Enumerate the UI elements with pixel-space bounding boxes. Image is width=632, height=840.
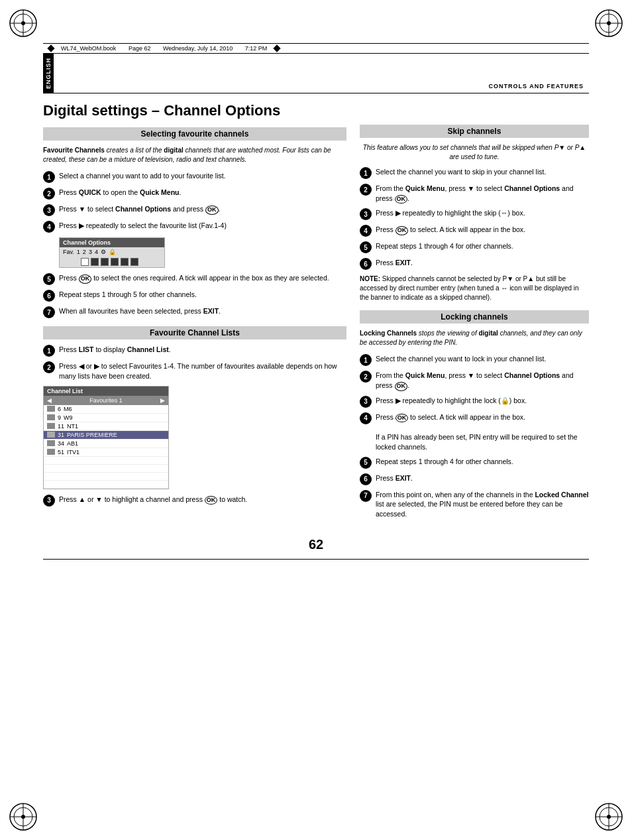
channel-options-box: Channel Options Fav. 1 2 3 4 ⚙ 🔒 (59, 237, 165, 268)
section-header-favourite-lists: Favourite Channel Lists (43, 326, 346, 339)
fav-spacing (63, 259, 72, 265)
step-text-4: Press ▶ repeatedly to select the favouri… (59, 221, 346, 231)
step-num-sk-3: 3 (360, 208, 372, 220)
file-info: WL74_WebOM.book (61, 45, 116, 52)
channel-list-empty (44, 481, 168, 489)
corner-decoration-tl (7, 7, 40, 40)
step-num-4: 4 (43, 221, 55, 233)
channel-list-empty (44, 473, 168, 481)
step-num-lk-6: 6 (360, 473, 372, 485)
step-num-lk-2: 2 (360, 371, 372, 383)
step-num-3: 3 (43, 204, 55, 216)
step-lock-6: 6 Press EXIT. (360, 473, 589, 485)
section-header-selecting-favourite: Selecting favourite channels (43, 127, 346, 141)
ch-num: 51 (58, 449, 64, 455)
step-text-2: Press QUICK to open the Quick Menu. (59, 188, 346, 198)
corner-decoration-br (592, 800, 625, 833)
step-num-lk-5: 5 (360, 457, 372, 469)
step-text-sk-1: Select the channel you want to skip in y… (376, 167, 589, 177)
fav-col-gear: ⚙ (101, 249, 106, 255)
section-selecting-favourite: Selecting favourite channels Favourite C… (43, 127, 346, 318)
main-content: Digital settings – Channel Options Selec… (43, 93, 589, 527)
step-num-fl-1: 1 (43, 345, 55, 357)
step-text-3: Press ▼ to select Channel Options and pr… (59, 204, 346, 215)
step-lock-1: 1 Select the channel you want to lock in… (360, 354, 589, 366)
top-header: WL74_WebOM.book Page 62 Wednesday, July … (43, 43, 589, 54)
fav-col-3: 3 (89, 249, 92, 255)
svg-point-19 (607, 815, 611, 819)
step-text-fl-3: Press ▲ or ▼ to highlight a channel and … (59, 495, 346, 505)
channel-list-empty (44, 465, 168, 473)
step-num-sk-1: 1 (360, 167, 372, 179)
channel-list-title: Channel List (44, 387, 168, 396)
section-label-bar: English CONTROLS AND FEATURES (43, 54, 589, 93)
ch-num: 11 (58, 423, 64, 430)
step-lock-7: 7 From this point on, when any of the ch… (360, 490, 589, 519)
channel-list-item: 51 ITV1 (44, 448, 168, 457)
channel-list-box: Channel List ◀ Favourites 1 ▶ 6 M6 9 W9 (43, 386, 169, 489)
nav-arrow-right: ▶ (160, 397, 165, 404)
ch-icon (47, 449, 55, 455)
fav-sq-6 (131, 258, 138, 266)
step-num-lk-7: 7 (360, 490, 372, 502)
step-skip-2: 2 From the Quick Menu, press ▼ to select… (360, 184, 589, 204)
step-text-lk-4: Press OK to select. A tick will appear i… (376, 412, 589, 452)
step-text-lk-3: Press ▶ repeatedly to highlight the lock… (376, 396, 589, 406)
fav-sq-3 (101, 258, 109, 266)
left-column: Digital settings – Channel Options Selec… (43, 97, 346, 527)
section-header-locking: Locking channels (360, 310, 589, 324)
date-info: Wednesday, July 14, 2010 (163, 45, 233, 52)
diamond-icon-2 (274, 44, 281, 52)
step-num-2: 2 (43, 188, 55, 200)
step-num-sk-5: 5 (360, 241, 372, 253)
selecting-intro: Favourite Channels creates a list of the… (43, 146, 346, 164)
step-num-lk-3: 3 (360, 396, 372, 408)
fav-squares (81, 258, 138, 266)
english-tab: English (43, 54, 54, 93)
svg-point-9 (607, 21, 611, 25)
step-num-7: 7 (43, 306, 55, 318)
step-text-lk-7: From this point on, when any of the chan… (376, 490, 589, 519)
step-fav-list-1: 1 Press LIST to display Channel List. (43, 345, 346, 357)
svg-point-14 (21, 815, 25, 819)
ch-name: M6 (64, 406, 72, 412)
channel-options-squares-row (60, 257, 164, 267)
ch-name: AB1 (67, 440, 78, 447)
bottom-border (43, 559, 589, 560)
step-text-sk-4: Press OK to select. A tick will appear i… (376, 225, 589, 235)
step-num-lk-4: 4 (360, 412, 372, 424)
ch-icon (47, 414, 55, 420)
fav-sq-4 (111, 258, 119, 266)
step-select-fav-4: 4 Press ▶ repeatedly to select the favou… (43, 221, 346, 233)
section-skip-channels: Skip channels This feature allows you to… (360, 125, 589, 302)
fav-sq-2 (91, 258, 99, 266)
diamond-icon (47, 44, 54, 52)
ch-num: 9 (58, 414, 61, 421)
step-fav-list-2: 2 Press ◀ or ▶ to select Favourites 1-4.… (43, 361, 346, 381)
ch-name: NT1 (67, 423, 78, 430)
step-text-sk-6: Press EXIT. (376, 258, 589, 268)
step-lock-3: 3 Press ▶ repeatedly to highlight the lo… (360, 396, 589, 408)
ch-icon (47, 406, 55, 412)
channel-options-row: Fav. 1 2 3 4 ⚙ 🔒 (60, 247, 164, 257)
channel-list-empty (44, 457, 168, 465)
step-text-6: Repeat steps 1 through 5 for other chann… (59, 290, 346, 300)
nav-label: Favourites 1 (89, 397, 123, 404)
step-skip-5: 5 Repeat steps 1 through 4 for other cha… (360, 241, 589, 253)
step-select-fav-1: 1 Select a channel you want to add to yo… (43, 171, 346, 183)
step-num-sk-6: 6 (360, 258, 372, 270)
step-num-fl-3: 3 (43, 495, 55, 507)
fav-col-2: 2 (83, 249, 86, 255)
corner-decoration-bl (7, 800, 40, 833)
time-info: 7:12 PM (245, 45, 268, 52)
step-text-7: When all favourites have been selected, … (59, 306, 346, 316)
section-favourite-channel-lists: Favourite Channel Lists 1 Press LIST to … (43, 326, 346, 506)
ch-num: 34 (58, 440, 64, 447)
ch-name: ITV1 (67, 449, 79, 455)
step-text-lk-2: From the Quick Menu, press ▼ to select C… (376, 371, 589, 390)
fav-sq-5 (121, 258, 129, 266)
step-select-fav-2: 2 Press QUICK to open the Quick Menu. (43, 188, 346, 200)
nav-arrow-left: ◀ (47, 397, 52, 404)
step-text-lk-5: Repeat steps 1 through 4 for other chann… (376, 457, 589, 467)
skip-intro: This feature allows you to set channels … (360, 143, 589, 162)
